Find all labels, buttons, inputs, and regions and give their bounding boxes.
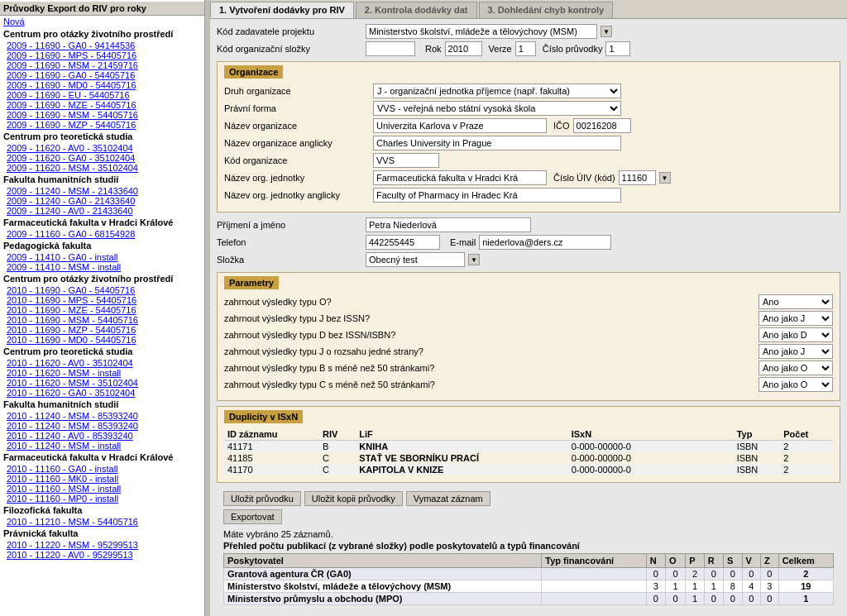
exportovat-button[interactable]: Exportovat — [223, 509, 282, 524]
sidebar-link[interactable]: 2010 - 11620 - MSM - 35102404 — [0, 378, 204, 388]
kod-zadavatele-input[interactable] — [366, 24, 597, 39]
sidebar-link[interactable]: 2010 - 11690 - MZE - 54405716 — [0, 305, 204, 315]
sidebar-link[interactable]: 2009 - 11160 - GA0 - 68154928 — [0, 229, 204, 239]
sidebar-link[interactable]: 2009 - 11240 - AV0 - 21433640 — [0, 206, 204, 216]
vymazat-button[interactable]: Vymazat záznam — [406, 491, 490, 506]
telefon-label: Telefon — [217, 237, 366, 247]
sidebar-link[interactable]: 2010 - 11240 - MSM - 85393240 — [0, 421, 204, 431]
telefon-row: Telefon E-mail — [217, 235, 840, 250]
sidebar-link[interactable]: 2010 - 11620 - AV0 - 35102404 — [0, 358, 204, 368]
pravni-forma-select[interactable]: VVS - veřejná nebo státní vysoká škola — [373, 101, 621, 116]
sidebar-link[interactable]: 2010 - 11690 - MZP - 54405716 — [0, 325, 204, 335]
param-row-4: zahrnout výsledky typu B s méně než 50 s… — [224, 361, 833, 375]
tab-1[interactable]: 1. Vytvoření dodávky pro RIV — [210, 2, 354, 18]
new-link[interactable]: Nová — [0, 16, 204, 27]
ulozit-kopii-button[interactable]: Uložit kopii průvodky — [304, 491, 403, 506]
dup-cell-pocet-2: 2 — [780, 464, 833, 475]
sidebar-link[interactable]: 2010 - 11690 - MD0 - 54405716 — [0, 335, 204, 345]
sidebar-link[interactable]: 2009 - 11410 - GA0 - install — [0, 252, 204, 262]
dup-col-typ: Typ — [734, 428, 781, 441]
kod-zadavatele-label: Kód zadavatele projektu — [217, 26, 366, 36]
nazev-org-input[interactable] — [373, 118, 547, 133]
sidebar-link[interactable]: 2010 - 11220 - AV0 - 95299513 — [0, 550, 204, 560]
sidebar-link[interactable]: 2010 - 11210 - MSM - 54405716 — [0, 517, 204, 527]
param-label-2: zahrnout výsledky typu D bez ISSN/ISBN? — [224, 330, 755, 340]
sidebar-link[interactable]: 2010 - 11240 - AV0 - 85393240 — [0, 431, 204, 441]
sidebar-link[interactable]: 2009 - 11690 - MZE - 54405716 — [0, 100, 204, 110]
dup-cell-id-1: 41185 — [224, 452, 319, 464]
sidebar-link[interactable]: 2010 - 11690 - MSM - 54405716 — [0, 315, 204, 325]
sidebar-link[interactable]: 2010 - 11690 - MPS - 54405716 — [0, 295, 204, 305]
sidebar-link[interactable]: 2009 - 11690 - MZP - 54405716 — [0, 120, 204, 130]
param-select-4[interactable]: Ano jako O — [758, 361, 833, 375]
sidebar-section-8: Fakulta humanitních studií — [0, 398, 204, 411]
cislo-uiv-label: Číslo ÚIV (kód) — [553, 173, 615, 183]
ico-input[interactable] — [573, 118, 631, 133]
nazev-org-row: Název organizace IČO — [224, 118, 833, 133]
sidebar-link[interactable]: 2010 - 11160 - GA0 - install — [0, 464, 204, 474]
sidebar-link[interactable]: 2009 - 11620 - MSM - 35102404 — [0, 163, 204, 173]
kod-zadavatele-row: Kód zadavatele projektu ▼ — [217, 24, 840, 39]
sidebar-link[interactable]: 2009 - 11410 - MSM - install — [0, 262, 204, 272]
email-input[interactable] — [479, 235, 611, 250]
sidebar-link[interactable]: 2010 - 11220 - MSM - 95299513 — [0, 540, 204, 550]
nazev-org-ang-input[interactable] — [373, 136, 621, 150]
sidebar-link[interactable]: 2009 - 11690 - GA0 - 54405716 — [0, 70, 204, 80]
telefon-input[interactable] — [366, 235, 440, 250]
param-select-0[interactable]: Ano — [758, 294, 833, 309]
sidebar-link[interactable]: 2009 - 11240 - MSM - 21433640 — [0, 186, 204, 196]
sidebar-link[interactable]: 2009 - 11690 - GA0 - 94144536 — [0, 41, 204, 50]
sidebar-link[interactable]: 2010 - 11160 - MK0 - install — [0, 474, 204, 484]
sidebar-link[interactable]: 2010 - 11160 - MSM - install — [0, 484, 204, 494]
nazev-org-jednotky-ang-input[interactable] — [373, 188, 621, 203]
param-select-2[interactable]: Ano jako D — [758, 327, 833, 342]
nazev-org-jednotky-input[interactable] — [373, 170, 547, 185]
verze-input[interactable] — [515, 41, 536, 56]
slozka-icon[interactable]: ▼ — [468, 254, 480, 265]
sidebar-link[interactable]: 2010 - 11160 - MP0 - install — [0, 494, 204, 504]
param-select-1[interactable]: Ano jako J — [758, 311, 833, 326]
sidebar-link[interactable]: 2009 - 11690 - MSM - 54405716 — [0, 110, 204, 120]
sidebar-link[interactable]: 2010 - 11620 - GA0 - 35102404 — [0, 388, 204, 398]
param-select-5[interactable]: Ano jako O — [758, 377, 833, 392]
kod-org-input[interactable] — [366, 41, 415, 56]
tab-2[interactable]: 2. Kontrola dodávky dat — [356, 2, 477, 18]
sidebar-link[interactable]: 2009 - 11620 - AV0 - 35102404 — [0, 143, 204, 153]
sidebar-link[interactable]: 2009 - 11620 - GA0 - 35102404 — [0, 153, 204, 163]
tab-3[interactable]: 3. Dohledání chyb kontroly — [479, 2, 614, 18]
summary-section: Přehled počtu publikací (z vybrané složk… — [217, 541, 840, 612]
rok-input[interactable] — [445, 41, 482, 56]
cislo-uiv-input[interactable] — [619, 170, 656, 185]
param-row-5: zahrnout výsledky typu C s méně než 50 s… — [224, 377, 833, 392]
sidebar-link[interactable]: 2010 - 11240 - MSM - install — [0, 441, 204, 451]
kod-org-field-input[interactable] — [373, 153, 439, 168]
ulozit-button[interactable]: Uložit průvodku — [223, 491, 301, 506]
sum-col-celkem: Celkem — [778, 554, 833, 568]
sidebar-link[interactable]: 2010 - 11620 - MSM - install — [0, 368, 204, 378]
sidebar-link[interactable]: 2009 - 11240 - GA0 - 21433640 — [0, 196, 204, 206]
slozka-input[interactable] — [366, 252, 465, 267]
main-content: 1. Vytvoření dodávky pro RIV 2. Kontrola… — [210, 0, 847, 616]
sum-cell-o-2: 0 — [666, 593, 686, 605]
sidebar-link[interactable]: 2009 - 11690 - MPS - 54405716 — [0, 50, 204, 60]
dup-cell-isxn-1: 0-000-00000-0 — [568, 452, 734, 464]
sidebar-link[interactable]: 2009 - 11690 - MD0 - 54405716 — [0, 80, 204, 90]
dup-cell-id-2: 41170 — [224, 464, 319, 475]
sum-cell-typ-1 — [542, 580, 647, 593]
sidebar-link[interactable]: 2010 - 11240 - MSM - 85393240 — [0, 411, 204, 421]
sum-cell-v-1: 4 — [742, 580, 760, 593]
druh-org-select[interactable]: J - organizační jednotka příjemce (např.… — [373, 84, 621, 98]
cislo-pruvodky-label: Číslo průvodky — [543, 44, 603, 54]
kod-zadavatele-icon[interactable]: ▼ — [601, 26, 612, 37]
cislo-pruvodky-input[interactable] — [605, 41, 630, 56]
sidebar-link[interactable]: 2010 - 11690 - GA0 - 54405716 — [0, 285, 204, 295]
param-select-3[interactable]: Ano jako J — [758, 344, 833, 359]
param-label-0: zahrnout výsledky typu O? — [224, 297, 755, 307]
sidebar-link[interactable]: 2009 - 11690 - EU - 54405716 — [0, 90, 204, 100]
cislo-uiv-icon[interactable]: ▼ — [659, 172, 671, 184]
prijmeni-input[interactable] — [366, 217, 531, 232]
organizace-title: Organizace — [224, 65, 833, 84]
sidebar-section-3: Fakulta humanitních studií — [0, 173, 204, 186]
dup-cell-riv-2: C — [319, 464, 356, 475]
sidebar-link[interactable]: 2009 - 11690 - MSM - 21459716 — [0, 60, 204, 70]
